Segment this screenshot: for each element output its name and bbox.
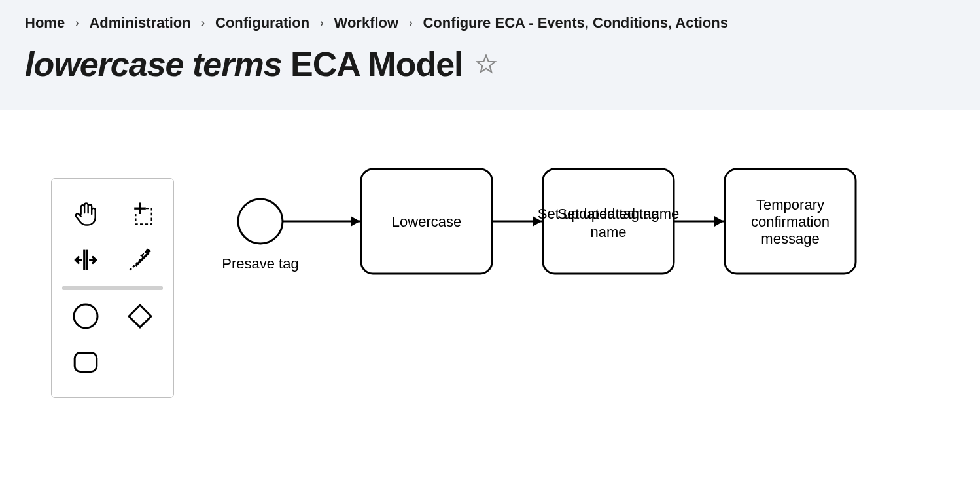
lasso-icon — [126, 200, 154, 229]
page-title: lowercase terms ECA Model — [25, 45, 955, 84]
create-start-event[interactable] — [63, 297, 109, 336]
hand-tool[interactable] — [63, 194, 109, 234]
breadcrumb-item-workflow[interactable]: Workflow — [334, 14, 399, 31]
diamond-icon — [124, 301, 156, 332]
svg-point-9 — [238, 199, 283, 244]
svg-rect-8 — [75, 353, 97, 372]
rounded-rect-icon — [70, 346, 101, 378]
header-region: Home › Administration › Configuration › … — [0, 0, 980, 110]
task-label-line2: confirmation — [751, 213, 830, 230]
chevron-right-icon: › — [75, 17, 79, 29]
breadcrumb-item-configuration[interactable]: Configuration — [215, 14, 309, 31]
svg-point-6 — [74, 304, 97, 328]
start-event-node[interactable] — [238, 199, 283, 244]
space-tool[interactable] — [63, 240, 109, 280]
task-label-line3: message — [761, 230, 819, 247]
star-icon[interactable] — [475, 53, 497, 75]
tool-palette — [51, 178, 174, 398]
breadcrumb: Home › Administration › Configuration › … — [25, 14, 955, 31]
breadcrumb-item-administration[interactable]: Administration — [89, 14, 190, 31]
breadcrumb-item-home[interactable]: Home — [25, 14, 65, 31]
chevron-right-icon: › — [201, 17, 205, 29]
bpmn-canvas[interactable]: Presave tag Lowercase Set updated tag na… — [0, 110, 980, 464]
create-task[interactable] — [63, 342, 109, 382]
global-connect-tool[interactable] — [117, 240, 163, 280]
chevron-right-icon: › — [320, 17, 323, 29]
start-event-label: Presave tag — [222, 255, 298, 272]
svg-rect-7 — [129, 305, 151, 327]
title-suffix: ECA Model — [282, 45, 463, 83]
hand-icon — [71, 200, 100, 229]
task-label: Lowercase — [392, 213, 461, 230]
palette-divider — [62, 286, 163, 290]
chevron-right-icon: › — [409, 17, 412, 29]
task-label-line1: Temporary — [756, 196, 824, 213]
space-icon — [71, 246, 100, 274]
create-gateway[interactable] — [117, 297, 163, 336]
bpmn-diagram[interactable]: Presave tag Lowercase Set updated tag na… — [216, 156, 883, 339]
circle-icon — [70, 301, 101, 332]
arrowhead-icon — [714, 216, 724, 227]
breadcrumb-item-eca[interactable]: Configure ECA - Events, Conditions, Acti… — [423, 14, 728, 31]
task-label-line2: name — [590, 224, 626, 240]
task-label-line1: Set updated tag — [557, 206, 659, 222]
empty-palette-slot — [117, 342, 163, 382]
lasso-tool[interactable] — [117, 194, 163, 234]
arrowhead-icon — [351, 216, 360, 227]
connect-icon — [126, 246, 154, 274]
svg-marker-5 — [144, 248, 151, 253]
title-prefix: lowercase terms — [25, 45, 282, 83]
